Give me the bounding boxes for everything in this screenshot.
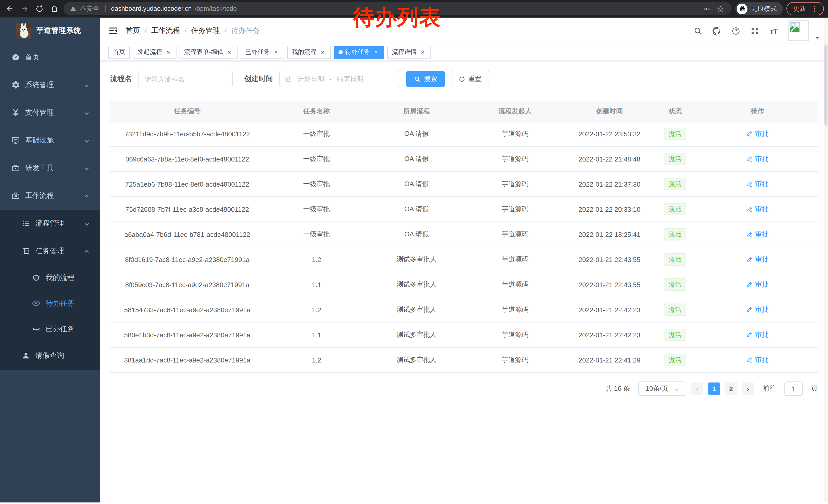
star-icon[interactable]	[715, 4, 726, 14]
approve-link[interactable]: 审批	[746, 305, 769, 314]
tab-process-detail[interactable]: 流程详情×	[387, 45, 431, 59]
close-icon[interactable]: ×	[419, 48, 426, 56]
tab-done-task[interactable]: 已办任务×	[241, 45, 284, 59]
cell-task-name: 1.1	[264, 281, 369, 288]
tab-my-process[interactable]: 我的流程×	[287, 45, 331, 59]
close-icon[interactable]: ×	[372, 48, 380, 56]
status-badge: 激活	[664, 228, 687, 240]
reset-button[interactable]: 重置	[451, 71, 489, 87]
breadcrumb-task-mgmt[interactable]: 任务管理	[191, 26, 220, 35]
sidebar-item-system[interactable]: 系统管理	[0, 71, 100, 99]
approve-link[interactable]: 审批	[746, 355, 769, 365]
approve-link[interactable]: 审批	[746, 230, 769, 239]
cell-action: 审批	[697, 305, 818, 315]
sidebar-item-devtools[interactable]: 研发工具	[0, 154, 100, 182]
sidebar-item-workflow[interactable]: 工作流程	[0, 182, 100, 210]
menu-dots-icon[interactable]	[809, 3, 820, 14]
pagination: 共 16 条 10条/页 ‹ 12 › 前往 页	[110, 381, 818, 396]
avatar[interactable]	[788, 20, 809, 41]
page-numbers: 12	[708, 382, 737, 395]
page-size-select[interactable]: 10条/页	[638, 381, 687, 396]
page-scrollbar[interactable]	[824, 18, 828, 502]
close-icon[interactable]: ×	[165, 48, 172, 56]
update-button[interactable]: 更新	[786, 2, 824, 15]
sidebar-item-process-mgmt[interactable]: 流程管理	[0, 210, 100, 237]
cell-process: 测试多审批人	[369, 255, 464, 264]
close-icon[interactable]: ×	[226, 48, 233, 56]
prev-page-button[interactable]: ‹	[691, 382, 703, 395]
sidebar-item-todo-task[interactable]: 待办任务	[0, 291, 100, 316]
help-icon[interactable]	[731, 26, 740, 35]
sidebar-item-leave-query[interactable]: 请假查询	[0, 342, 100, 370]
fullscreen-icon[interactable]	[750, 26, 759, 35]
cell-task-id: 069c6a63-7b8a-11ec-8ef0-acde48001122	[110, 155, 264, 163]
toolbox-icon	[11, 164, 20, 173]
github-icon[interactable]	[712, 26, 721, 35]
sidebar-item-infra[interactable]: 基础设施	[0, 127, 100, 154]
sidebar-toggle-icon[interactable]	[108, 26, 118, 36]
chevron-up-icon	[84, 248, 90, 254]
start-date-placeholder: 开始日期	[297, 74, 324, 84]
home-icon[interactable]	[49, 3, 60, 14]
table-body: 73211d9d-7b9b-11ec-b5b7-acde48001122一级审批…	[110, 122, 818, 373]
create-time-label: 创建时间	[244, 74, 273, 84]
status-badge: 激活	[664, 203, 687, 215]
breadcrumb-home[interactable]: 首页	[126, 26, 140, 35]
approve-link[interactable]: 审批	[746, 204, 769, 214]
close-icon[interactable]: ×	[319, 48, 326, 56]
briefcase-icon	[11, 191, 20, 200]
table-row: 73211d9d-7b9b-11ec-b5b7-acde48001122一级审批…	[110, 122, 818, 147]
sidebar-item-my-process[interactable]: 我的流程	[0, 265, 100, 291]
sidebar-menu: 首页系统管理支付管理基础设施研发工具工作流程流程管理任务管理我的流程待办任务已办…	[0, 44, 100, 370]
cell-action: 审批	[697, 330, 818, 340]
scrollbar-thumb[interactable]	[824, 45, 827, 126]
sidebar-item-done-task[interactable]: 已办任务	[0, 316, 100, 342]
sidebar-item-label: 支付管理	[25, 108, 54, 118]
sidebar-item-task-mgmt[interactable]: 任务管理	[0, 237, 100, 265]
sidebar-item-label: 我的流程	[46, 273, 74, 282]
sidebar-item-label: 任务管理	[35, 246, 64, 256]
close-icon[interactable]: ×	[273, 48, 280, 56]
approve-link[interactable]: 审批	[746, 129, 769, 138]
page-button-2[interactable]: 2	[725, 382, 737, 395]
search-button[interactable]: 搜索	[406, 71, 445, 87]
tab-label: 发起流程	[137, 48, 162, 56]
key-icon[interactable]	[702, 4, 712, 14]
approve-link[interactable]: 审批	[746, 154, 769, 164]
reload-icon[interactable]	[34, 3, 45, 14]
cell-starter: 芋道源码	[464, 355, 566, 365]
yen-icon	[11, 108, 20, 118]
tab-label: 待办任务	[345, 48, 370, 56]
goto-label: 前往	[763, 384, 776, 393]
caret-down-icon[interactable]	[814, 34, 820, 40]
font-size-icon[interactable]: тT	[769, 26, 778, 35]
tab-start-process[interactable]: 发起流程×	[133, 45, 176, 59]
chevron-down-icon	[84, 82, 90, 88]
sidebar-item-home[interactable]: 首页	[0, 44, 100, 71]
app-logo[interactable]: 芋道管理系统	[0, 18, 100, 44]
approve-link[interactable]: 审批	[746, 255, 769, 264]
page-button-1[interactable]: 1	[708, 382, 720, 395]
incognito-badge: 无痕模式	[735, 2, 783, 15]
tab-form-edit[interactable]: 流程表单-编辑×	[179, 45, 238, 59]
back-icon[interactable]	[4, 3, 15, 14]
next-page-button[interactable]: ›	[742, 382, 754, 395]
approve-link[interactable]: 审批	[746, 330, 769, 339]
breadcrumb-workflow[interactable]: 工作流程	[151, 26, 180, 35]
approve-link[interactable]: 审批	[746, 179, 769, 189]
sidebar-item-payment[interactable]: 支付管理	[0, 99, 100, 127]
search-icon[interactable]	[693, 26, 702, 35]
goto-page-input[interactable]	[784, 381, 803, 396]
sidebar: 芋道管理系统 首页系统管理支付管理基础设施研发工具工作流程流程管理任务管理我的流…	[0, 18, 100, 502]
approve-link[interactable]: 审批	[746, 280, 769, 289]
forward-icon[interactable]	[19, 3, 30, 14]
user-icon	[22, 351, 31, 360]
tab-home[interactable]: 首页	[108, 45, 130, 59]
process-name-input[interactable]	[138, 71, 233, 87]
cell-task-id: 73211d9d-7b9b-11ec-b5b7-acde48001122	[110, 130, 264, 138]
col-starter: 流程发起人	[464, 106, 566, 116]
tab-todo-task[interactable]: 待办任务×	[334, 45, 384, 59]
date-range-picker[interactable]: 开始日期 - 结束日期	[279, 71, 399, 87]
warning-icon[interactable]	[70, 5, 77, 12]
status-badge: 激活	[664, 128, 687, 140]
